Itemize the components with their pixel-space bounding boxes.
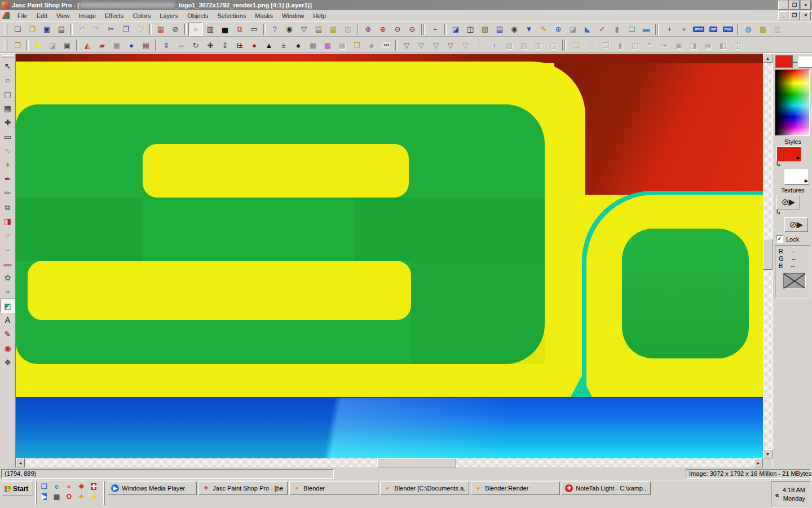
ql-opera[interactable]: O bbox=[64, 492, 73, 501]
vertical-scroll-track[interactable] bbox=[763, 63, 773, 449]
marquee-sub[interactable]: ▥ bbox=[531, 38, 546, 52]
zoom-tool[interactable]: ○ bbox=[188, 23, 203, 36]
capture-setup[interactable]: ▩ bbox=[756, 23, 770, 36]
gamma-triangle[interactable]: ▲ bbox=[262, 38, 276, 52]
arrow[interactable]: ↖ bbox=[1, 59, 15, 73]
zoom-in-1[interactable]: ⊕ bbox=[361, 23, 376, 36]
normal-viewing[interactable]: ⊘ bbox=[168, 23, 183, 36]
task-blender[interactable]: ● Blender bbox=[289, 481, 378, 495]
redo[interactable]: ↷ bbox=[89, 23, 104, 36]
filter-browser[interactable]: ▽ bbox=[297, 23, 311, 36]
toolbar-grip[interactable] bbox=[5, 24, 7, 35]
screen-capture[interactable]: ◉ bbox=[282, 23, 297, 36]
dialog-portrait[interactable]: ◉ bbox=[507, 23, 522, 36]
object-selector[interactable]: ❖ bbox=[1, 355, 15, 369]
bar[interactable]: ▮ bbox=[613, 38, 628, 52]
freehand[interactable]: ∿ bbox=[1, 143, 15, 157]
start-button[interactable]: Start bbox=[2, 481, 33, 496]
open[interactable]: ❐ bbox=[25, 23, 39, 36]
cut[interactable]: ✂ bbox=[104, 23, 118, 36]
grid-color[interactable]: ▩ bbox=[320, 38, 335, 52]
menu-item[interactable]: Effects bbox=[100, 11, 128, 20]
ql-internet-explorer[interactable]: e bbox=[52, 482, 61, 491]
foreground-color-swatch[interactable] bbox=[775, 55, 793, 68]
batch-convert[interactable]: ▦ bbox=[326, 23, 341, 36]
preset-shapes[interactable]: ◉ bbox=[1, 341, 15, 355]
auto-saturation[interactable]: ▦ bbox=[109, 38, 124, 52]
rotate[interactable]: ↻ bbox=[188, 38, 203, 52]
selection[interactable]: ▭ bbox=[1, 129, 15, 143]
promote[interactable]: ◳ bbox=[628, 38, 642, 52]
texture-foreground-box[interactable]: ⊘ ▶ bbox=[776, 195, 800, 209]
marquee-none[interactable]: ▢ bbox=[546, 38, 561, 52]
ql-gold-app[interactable]: ✦ bbox=[77, 492, 86, 501]
dialog-text[interactable]: ▤ bbox=[492, 23, 507, 36]
window-b[interactable]: ▤ bbox=[701, 38, 716, 52]
scroll-right-icon[interactable]: ► bbox=[754, 458, 763, 467]
dialog-pen[interactable]: ✎ bbox=[536, 23, 551, 36]
brightness-contrast[interactable]: I± bbox=[232, 38, 247, 52]
vertical-scroll-thumb[interactable] bbox=[763, 239, 773, 270]
child-restore-button[interactable]: ❐ bbox=[789, 11, 800, 20]
penguin-effect[interactable]: ♠ bbox=[291, 38, 306, 52]
dropdown-arrow-icon[interactable]: ▶ bbox=[797, 156, 800, 160]
count-123[interactable]: 123 bbox=[379, 38, 394, 52]
menu-item[interactable]: File bbox=[13, 11, 32, 20]
tool-window[interactable]: ▭ bbox=[247, 23, 262, 36]
ql-aim[interactable]: ⚡ bbox=[89, 492, 98, 501]
color-picker-gradient[interactable] bbox=[775, 69, 810, 136]
vertical-scrollbar[interactable]: ▲ ▼ bbox=[763, 54, 773, 467]
grid-disabled[interactable]: ▦ bbox=[335, 38, 350, 52]
new[interactable]: ❏ bbox=[10, 23, 25, 36]
ql-window-app[interactable]: ❐ bbox=[39, 482, 48, 491]
background-color-swatch[interactable] bbox=[798, 56, 812, 68]
lock-checkbox[interactable]: ✓ bbox=[776, 235, 783, 243]
toolbar-grip[interactable] bbox=[5, 40, 7, 51]
fill-yellow[interactable]: ▽ bbox=[458, 38, 473, 52]
menu-item[interactable]: Layers bbox=[155, 11, 183, 20]
fullscreen-preview[interactable]: ▦ bbox=[153, 23, 168, 36]
grid-toggle[interactable]: + bbox=[662, 23, 677, 36]
text[interactable]: A bbox=[1, 313, 15, 327]
picture-tube[interactable]: ✿ bbox=[1, 270, 15, 284]
marquee-mult[interactable]: ▧ bbox=[502, 38, 517, 52]
close-button[interactable]: × bbox=[801, 1, 811, 10]
task-windows-media-player[interactable]: ▶ Windows Media Player bbox=[108, 481, 197, 495]
task-blender-doc[interactable]: ● Blender [C:\Documents a... bbox=[380, 481, 469, 495]
up-disabled[interactable]: ↑ bbox=[473, 38, 487, 52]
auto-color[interactable]: ▰ bbox=[95, 38, 109, 52]
gradient-stripes[interactable]: ▤ bbox=[139, 38, 153, 52]
marquee-add[interactable]: ▨ bbox=[517, 38, 531, 52]
dropdown-arrow-icon[interactable]: ▶ bbox=[805, 179, 808, 183]
horizontal-scrollbar[interactable]: ◄ ► bbox=[16, 458, 763, 467]
style-background-box[interactable]: ▶ bbox=[784, 169, 809, 185]
child-close-button[interactable]: × bbox=[801, 11, 811, 20]
menu-item[interactable]: Image bbox=[74, 11, 100, 20]
gif-export[interactable]: GIF bbox=[706, 23, 721, 36]
menu-item[interactable]: Objects bbox=[183, 11, 213, 20]
twain-acquire[interactable]: ⌁ bbox=[428, 23, 443, 36]
menu-item[interactable]: Window bbox=[277, 11, 308, 20]
swap-colors-icon[interactable]: ↔ bbox=[792, 57, 798, 65]
restore-button[interactable]: ❐ bbox=[789, 1, 800, 10]
magic-wand[interactable]: ✶ bbox=[1, 157, 15, 172]
scratch-remover[interactable]: ⌣ bbox=[1, 242, 15, 256]
airbrush[interactable]: ≈ bbox=[1, 284, 15, 299]
grid-snap[interactable]: + bbox=[677, 23, 691, 36]
scroll-up-icon[interactable]: ▲ bbox=[763, 54, 773, 63]
dropdown-arrow-icon[interactable]: ▶ bbox=[789, 197, 796, 207]
image-canvas[interactable] bbox=[16, 54, 763, 458]
eraser[interactable]: ▬ bbox=[1, 256, 15, 270]
mini-a[interactable]: ◧ bbox=[716, 38, 730, 52]
update-check[interactable]: ▨ bbox=[770, 23, 785, 36]
frame[interactable]: ▣ bbox=[60, 38, 74, 52]
menu-item[interactable]: Masks bbox=[250, 11, 277, 20]
flag[interactable]: ◨ bbox=[686, 38, 701, 52]
print[interactable]: ▤ bbox=[54, 23, 69, 36]
context-help[interactable]: ? bbox=[267, 23, 282, 36]
position[interactable]: ✚ bbox=[203, 38, 218, 52]
swap-colors[interactable]: ◪ bbox=[45, 38, 60, 52]
rgb-adjust[interactable]: ± bbox=[276, 38, 291, 52]
draw[interactable]: ✎ bbox=[1, 327, 15, 341]
dialog-enhance[interactable]: ◪ bbox=[448, 23, 463, 36]
